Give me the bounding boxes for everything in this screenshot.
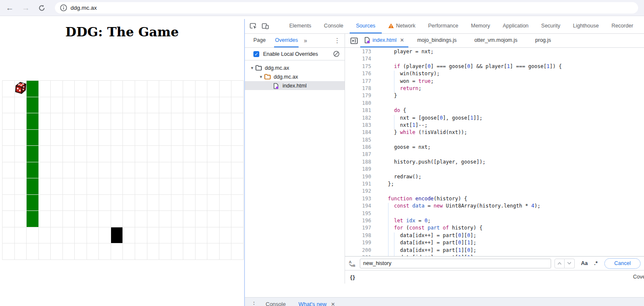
- line-number[interactable]: 196: [345, 218, 376, 225]
- tab-memory[interactable]: Memory: [465, 19, 496, 33]
- line-number[interactable]: 173: [345, 49, 376, 56]
- more-tabs-icon[interactable]: »: [304, 37, 307, 44]
- line-number[interactable]: 187: [345, 151, 376, 158]
- pretty-print-icon[interactable]: {}: [350, 274, 356, 280]
- info-icon[interactable]: [60, 4, 67, 11]
- board-cell: [3, 178, 15, 195]
- board-cell: [111, 162, 123, 179]
- board-cell: [75, 97, 87, 114]
- line-number[interactable]: 193: [345, 196, 376, 203]
- search-input[interactable]: [360, 259, 551, 268]
- regex-button[interactable]: .*: [594, 260, 598, 266]
- tree-item-ddg.mc.ax[interactable]: ▼ddg.mc.ax: [245, 72, 345, 81]
- board-cell: [51, 130, 63, 146]
- tab-sources[interactable]: Sources: [350, 19, 382, 33]
- url-bar[interactable]: ddg.mc.ax: [55, 2, 638, 14]
- tab-performance[interactable]: Performance: [422, 19, 465, 33]
- back-icon[interactable]: ←: [3, 2, 16, 14]
- tab-console[interactable]: Console: [318, 19, 350, 33]
- line-number[interactable]: 189: [345, 166, 376, 173]
- line-number[interactable]: 184: [345, 129, 376, 137]
- code-line: 173 player = nxt;: [345, 49, 644, 56]
- more-options-icon[interactable]: ⋮: [334, 37, 340, 44]
- line-number[interactable]: 195: [345, 210, 376, 218]
- devtools-tab-bar: ElementsConsoleSourcesNetworkPerformance…: [245, 19, 644, 34]
- line-number[interactable]: 182: [345, 115, 376, 122]
- line-number[interactable]: 190: [345, 174, 376, 181]
- line-number[interactable]: 201: [345, 254, 376, 256]
- line-number[interactable]: 192: [345, 188, 376, 195]
- file-tab-index.html[interactable]: index.html✕: [360, 34, 408, 47]
- search-next-icon[interactable]: [565, 259, 575, 268]
- file-tab-otter_vm.mojom.js[interactable]: otter_vm.mojom.js: [465, 34, 526, 47]
- board-cell: [39, 227, 51, 244]
- reload-icon[interactable]: [35, 2, 48, 14]
- hide-navigator-icon[interactable]: [351, 38, 358, 44]
- tab-lighthouse[interactable]: Lighthouse: [567, 19, 605, 33]
- line-number[interactable]: 188: [345, 159, 376, 166]
- line-number[interactable]: 186: [345, 144, 376, 151]
- tab-overrides[interactable]: Overrides: [274, 34, 299, 47]
- tab-network[interactable]: Network: [382, 19, 422, 33]
- line-number[interactable]: 197: [345, 225, 376, 232]
- board-cell: [135, 130, 147, 146]
- tree-item-index.html[interactable]: index.html: [245, 81, 345, 90]
- tab-page[interactable]: Page: [253, 34, 266, 47]
- line-number[interactable]: 183: [345, 122, 376, 129]
- indent-guide: [388, 225, 389, 232]
- tab-application[interactable]: Application: [496, 19, 535, 33]
- inspect-element-icon[interactable]: [248, 21, 258, 31]
- board-cell: [99, 146, 111, 162]
- forward-icon[interactable]: →: [19, 2, 32, 14]
- tab-elements[interactable]: Elements: [283, 19, 318, 33]
- code-text: data[idx++] = part[1][0];: [376, 247, 476, 254]
- game-board[interactable]: [2, 80, 244, 260]
- code-line: 178 return;: [345, 85, 644, 93]
- search-previous-icon[interactable]: [554, 259, 565, 268]
- indent-guide: [388, 232, 389, 240]
- coverage-label[interactable]: Coverage: [633, 274, 644, 280]
- tab-recorder[interactable]: Recorder: [605, 19, 639, 33]
- line-number[interactable]: 191: [345, 181, 376, 188]
- drawer-close-icon[interactable]: ✕: [331, 301, 335, 306]
- line-number[interactable]: 194: [345, 203, 376, 210]
- svg-text:A: A: [349, 260, 352, 264]
- indent-guide: [394, 240, 394, 247]
- close-tab-icon[interactable]: ✕: [400, 37, 404, 43]
- line-number[interactable]: 176: [345, 71, 376, 78]
- line-number[interactable]: 185: [345, 137, 376, 144]
- line-number[interactable]: 179: [345, 93, 376, 100]
- drawer-tab-console[interactable]: Console: [266, 301, 286, 306]
- board-cell: [135, 162, 147, 179]
- code-text: [376, 100, 382, 107]
- line-number[interactable]: 200: [345, 247, 376, 254]
- line-number[interactable]: 198: [345, 232, 376, 240]
- file-tab-prog.js[interactable]: prog.js: [526, 34, 560, 47]
- match-case-button[interactable]: Aa: [581, 260, 588, 266]
- tree-item-ddg.mc.ax[interactable]: ▼ddg.mc.ax: [245, 63, 345, 72]
- board-cell: [207, 243, 220, 260]
- expand-caret-icon[interactable]: ▼: [259, 75, 263, 79]
- line-number[interactable]: 174: [345, 56, 376, 63]
- board-cell: [207, 113, 220, 130]
- line-number[interactable]: 177: [345, 78, 376, 85]
- clear-overrides-icon[interactable]: [333, 51, 340, 57]
- enable-overrides-checkbox[interactable]: ✓: [253, 51, 259, 57]
- board-cell: [171, 227, 184, 244]
- board-cell: [3, 97, 15, 114]
- replace-toggle-icon[interactable]: A B: [348, 260, 356, 268]
- line-number[interactable]: 175: [345, 63, 376, 71]
- line-number[interactable]: 181: [345, 107, 376, 115]
- expand-caret-icon[interactable]: ▼: [250, 66, 254, 70]
- line-number[interactable]: 199: [345, 240, 376, 247]
- device-toolbar-icon[interactable]: [260, 21, 270, 31]
- file-tab-mojo_bindings.js[interactable]: mojo_bindings.js: [408, 34, 465, 47]
- board-cell: [63, 227, 75, 244]
- drawer-tab-whats-new[interactable]: What's new: [299, 301, 327, 306]
- tab-security[interactable]: Security: [535, 19, 567, 33]
- line-number[interactable]: 178: [345, 85, 376, 93]
- cancel-search-button[interactable]: Cancel: [604, 258, 641, 269]
- code-line: 193 function encode(history) {: [345, 196, 644, 203]
- line-number[interactable]: 180: [345, 100, 376, 107]
- drawer-menu-icon[interactable]: ⋮: [251, 301, 257, 306]
